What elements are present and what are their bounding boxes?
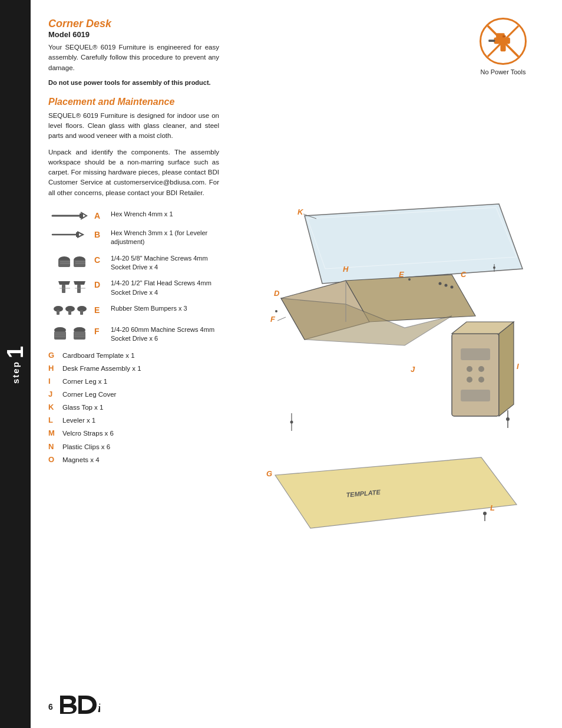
parts-list-icons: A Hex Wrench 4mm x 1 B Hex Wrench 3mm x … (48, 210, 222, 344)
svg-marker-21 (74, 281, 85, 285)
hex-wrench-small-icon (51, 229, 90, 241)
parts-list-column: A Hex Wrench 4mm x 1 B Hex Wrench 3mm x … (48, 204, 222, 577)
part-h: H Desk Frame Assembly x 1 (48, 364, 222, 373)
letter-k: K (48, 403, 59, 411)
part-item-e: E Rubber Stem Bumpers x 3 (48, 304, 222, 318)
diagram-column: K H (222, 204, 558, 577)
content-columns: A Hex Wrench 4mm x 1 B Hex Wrench 3mm x … (48, 204, 544, 577)
screw-flat-icon (51, 279, 90, 295)
svg-point-58 (275, 310, 277, 312)
parts-list-simple: G Cardboard Template x 1 H Desk Frame As… (48, 351, 222, 465)
step-word: step (11, 361, 21, 384)
header-section: Corner Desk Model 6019 Your SEQUEL® 6019… (48, 18, 544, 86)
part-icon-f (48, 325, 90, 342)
svg-rect-62 (461, 348, 490, 360)
intro-text: Your SEQUEL® 6019 Furniture is engineere… (48, 42, 219, 73)
svg-text:G: G (266, 469, 272, 478)
part-icon-b (48, 229, 90, 241)
part-item-b: B Hex Wrench 3mm x 1 (for Leveler adjust… (48, 229, 222, 247)
desc-n: Plastic Clips x 6 (62, 442, 110, 452)
svg-text:L: L (490, 503, 495, 512)
part-m: M Velcro Straps x 6 (48, 429, 222, 438)
step-number: 1 (3, 345, 28, 358)
svg-text:E: E (399, 270, 404, 279)
screw-long-icon (51, 325, 90, 342)
part-g: G Cardboard Template x 1 (48, 351, 222, 360)
svg-text:C: C (461, 270, 467, 279)
letter-n: N (48, 442, 59, 451)
sidebar: step 1 (0, 0, 31, 728)
desc-j: Corner Leg Cover (62, 390, 116, 399)
svg-text:F: F (270, 315, 276, 324)
desc-m: Velcro Straps x 6 (62, 429, 114, 438)
step-label: step 1 (3, 345, 28, 384)
corner-leg-group: I J (411, 322, 519, 416)
part-k: K Glass Top x 1 (48, 403, 222, 412)
part-letter-d: D (94, 279, 106, 289)
svg-rect-27 (68, 310, 71, 315)
part-desc-b: Hex Wrench 3mm x 1 (for Leveler adjustme… (111, 229, 222, 247)
letter-o: O (48, 455, 59, 464)
main-content: Corner Desk Model 6019 Your SEQUEL® 6019… (31, 0, 562, 728)
template-group: TEMPLATE G L (266, 457, 517, 528)
title-block: Corner Desk Model 6019 Your SEQUEL® 6019… (48, 18, 219, 86)
svg-text:i: i (98, 700, 100, 715)
part-desc-d: 1/4-20 1/2" Flat Head Screws 4mm Socket … (111, 279, 222, 297)
no-power-tools-block: No Power Tools (480, 18, 527, 75)
glass-top-group: K (297, 204, 523, 284)
svg-point-49 (445, 284, 448, 286)
letter-l: L (48, 416, 59, 424)
page-number: 6 (48, 702, 53, 711)
part-letter-e: E (94, 304, 106, 315)
svg-rect-19 (62, 285, 65, 293)
svg-marker-60 (499, 322, 514, 416)
part-n: N Plastic Clips x 6 (48, 442, 222, 452)
svg-text:D: D (274, 289, 280, 298)
part-letter-f: F (94, 325, 106, 336)
svg-point-50 (451, 285, 454, 288)
placement-text1: SEQUEL® 6019 Furniture is designed for i… (48, 111, 219, 141)
part-item-d: D 1/4-20 1/2" Flat Head Screws 4mm Socke… (48, 279, 222, 297)
part-l: L Leveler x 1 (48, 416, 222, 425)
svg-rect-22 (77, 285, 81, 293)
desc-g: Cardboard Template x 1 (62, 351, 135, 360)
warning-text: Do not use power tools for assembly of t… (48, 79, 219, 86)
svg-marker-18 (58, 281, 70, 285)
product-title: Corner Desk (48, 18, 219, 30)
part-letter-b: B (94, 229, 106, 239)
svg-point-66 (478, 377, 484, 383)
svg-text:J: J (411, 365, 415, 374)
svg-point-65 (467, 377, 472, 383)
part-desc-e: Rubber Stem Bumpers x 3 (111, 304, 222, 313)
part-icon-d (48, 279, 90, 295)
part-desc-a: Hex Wrench 4mm x 1 (111, 210, 222, 219)
part-item-f: F 1/4-20 60mm Machine Screws 4mm Socket … (48, 325, 222, 344)
no-power-tools-icon (480, 18, 527, 65)
model-line: Model 6019 (48, 30, 219, 39)
bdi-logo: i (59, 694, 100, 719)
part-icon-e (48, 304, 90, 318)
svg-text:I: I (517, 362, 519, 371)
hex-wrench-large-icon (51, 210, 90, 222)
placement-title: Placement and Maintenance (48, 97, 544, 107)
svg-rect-7 (80, 213, 83, 218)
svg-point-63 (467, 366, 472, 372)
part-item-a: A Hex Wrench 4mm x 1 (48, 210, 222, 222)
svg-rect-25 (57, 310, 59, 315)
letter-g: G (48, 351, 59, 360)
svg-rect-31 (54, 331, 66, 340)
svg-point-64 (478, 366, 484, 372)
desc-i: Corner Leg x 1 (62, 377, 107, 386)
svg-point-54 (408, 278, 411, 281)
part-desc-f: 1/4-20 60mm Machine Screws 4mm Socket Dr… (111, 325, 222, 344)
screw-short-icon (51, 254, 90, 271)
svg-rect-59 (452, 334, 499, 416)
desc-k: Glass Top x 1 (62, 403, 103, 412)
footer: 6 i (31, 694, 562, 719)
svg-text:H: H (343, 265, 349, 274)
letter-m: M (48, 429, 59, 437)
no-power-label: No Power Tools (481, 68, 526, 75)
part-letter-c: C (94, 254, 106, 265)
bdi-logo-svg: i (59, 694, 100, 715)
svg-rect-67 (461, 390, 490, 401)
